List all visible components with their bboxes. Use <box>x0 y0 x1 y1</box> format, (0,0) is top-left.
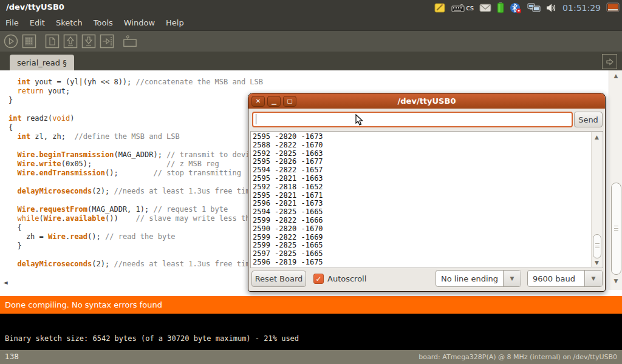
battery-icon[interactable] <box>497 2 504 14</box>
tab-bar: serial_read § <box>0 52 622 70</box>
serial-window-title: /dev/ttyUSB0 <box>248 96 605 106</box>
compile-status-text: Done compiling. No syntax errors found <box>5 300 162 309</box>
network-icon[interactable] <box>527 2 541 14</box>
console-output: Binary sketch size: 6542 bytes (of a 307… <box>0 314 622 350</box>
note-icon[interactable] <box>434 2 446 14</box>
board-info: board: ATmega328P(A) @ 8 MHz (internal) … <box>419 353 617 361</box>
serial-line: 2595 -2821 -1663 <box>253 175 323 183</box>
serial-titlebar[interactable]: ✕ ▁ ▢ /dev/ttyUSB0 <box>248 93 605 109</box>
new-sketch-button[interactable] <box>45 34 60 49</box>
serial-line: 2599 -2825 -1665 <box>253 241 323 250</box>
minimize-icon[interactable]: ▁ <box>267 96 281 107</box>
serial-scrollbar-thumb[interactable] <box>593 234 601 258</box>
line-ending-select[interactable]: No line ending ▼ <box>436 270 521 287</box>
compile-status-bar: Done compiling. No syntax errors found <box>0 296 622 314</box>
menu-edit[interactable]: Edit <box>24 16 50 29</box>
mail-icon[interactable] <box>479 2 491 14</box>
serial-line: 2594 -2825 -1665 <box>253 208 323 217</box>
chevron-down-icon[interactable]: ▼ <box>584 271 602 286</box>
baud-rate-select[interactable]: 9600 baud ▼ <box>527 270 603 287</box>
serial-line: 2599 -2822 -1669 <box>253 234 323 242</box>
serial-output-text: 2595 -2820 -16732588 -2822 -16702592 -28… <box>253 133 323 267</box>
serial-scrollbar[interactable]: ▲ ▼ <box>591 132 602 267</box>
menu-sketch[interactable]: Sketch <box>50 16 88 29</box>
checkmark-icon: ✓ <box>315 275 321 283</box>
close-icon[interactable]: ✕ <box>251 96 265 107</box>
chevron-down-icon[interactable]: ▼ <box>503 271 521 286</box>
scroll-down-icon[interactable]: ▼ <box>609 278 622 284</box>
menu-file[interactable]: File <box>0 16 24 29</box>
tab-arrow-icon <box>606 58 614 66</box>
serial-line: 2595 -2820 -1673 <box>253 133 323 141</box>
serial-scroll-up-icon[interactable]: ▲ <box>592 134 602 140</box>
tab-label: serial_read § <box>17 58 67 67</box>
scroll-up-icon[interactable]: ▲ <box>609 73 622 79</box>
serial-monitor-button[interactable] <box>123 34 137 49</box>
menu-window[interactable]: Window <box>118 16 160 29</box>
serial-line: 2595 -2826 -1677 <box>253 158 323 166</box>
keyboard-layout-label: cs <box>466 4 474 12</box>
stop-button[interactable] <box>22 34 36 49</box>
serial-line: 2592 -2818 -1652 <box>253 183 323 192</box>
text-caret <box>256 114 256 124</box>
serial-line: 2592 -2825 -1663 <box>253 150 323 158</box>
maximize-icon[interactable]: ▢ <box>283 96 296 107</box>
line-number: 138 <box>5 352 19 361</box>
serial-line: 2596 -2819 -1675 <box>253 258 323 267</box>
verify-button[interactable] <box>4 34 18 49</box>
menu-help[interactable]: Help <box>160 16 190 29</box>
upload-button[interactable] <box>100 34 114 49</box>
h-scrollbar-left-arrow[interactable]: ◄ <box>3 279 8 286</box>
keyboard-layout-icon[interactable]: cs <box>451 2 474 14</box>
serial-line: 2599 -2822 -1666 <box>253 217 323 225</box>
toolbar <box>0 31 622 52</box>
serial-output-area[interactable]: 2595 -2820 -16732588 -2822 -16702592 -28… <box>250 131 603 268</box>
serial-line: 2597 -2825 -1665 <box>253 250 323 258</box>
serial-line: 2594 -2822 -1657 <box>253 166 323 175</box>
menu-bar: FileEditSketchToolsWindowHelp <box>0 15 622 31</box>
clock[interactable]: 01:51:29 <box>562 3 601 13</box>
autoscroll-label: Autoscroll <box>327 274 366 283</box>
code-text: int yout = (yl|(yh << 8)); //concatenate… <box>9 78 263 269</box>
screen: /dev/ttyUSB0 cs 01:5 <box>0 0 622 364</box>
mouse-cursor <box>355 114 365 129</box>
serial-scroll-down-icon[interactable]: ▼ <box>592 260 602 266</box>
menu-tools[interactable]: Tools <box>88 16 118 29</box>
serial-monitor-window: ✕ ▁ ▢ /dev/ttyUSB0 Send 2595 -2820 -1673… <box>248 93 606 292</box>
send-button[interactable]: Send <box>574 112 603 127</box>
open-sketch-button[interactable] <box>63 34 78 49</box>
serial-line: 2590 -2820 -1670 <box>253 225 323 234</box>
serial-line: 2588 -2822 -1670 <box>253 141 323 150</box>
serial-line: 2595 -2821 -1671 <box>253 192 323 200</box>
power-icon[interactable] <box>606 2 620 14</box>
serial-line: 2596 -2821 -1673 <box>253 200 323 208</box>
autoscroll-checkbox[interactable]: ✓ <box>313 274 324 284</box>
window-title: /dev/ttyUSB0 <box>6 2 64 12</box>
serial-input[interactable] <box>252 112 573 127</box>
status-bar: 138 board: ATmega328P(A) @ 8 MHz (intern… <box>0 350 622 364</box>
volume-icon[interactable] <box>546 2 557 14</box>
editor-scrollbar-thumb[interactable] <box>611 183 621 275</box>
top-panel: /dev/ttyUSB0 cs 01:5 <box>0 0 622 15</box>
tab-serial-read[interactable]: serial_read § <box>10 55 74 70</box>
reset-board-button[interactable]: Reset Board <box>251 271 306 287</box>
tab-menu-button[interactable] <box>602 54 617 69</box>
console-text: Binary sketch size: 6542 bytes (of a 307… <box>5 334 299 343</box>
save-sketch-button[interactable] <box>81 34 96 49</box>
bluetooth-icon[interactable] <box>510 2 522 14</box>
editor-scrollbar[interactable]: ▲ ▼ <box>609 70 622 290</box>
system-tray: cs 01:51:29 <box>434 0 620 15</box>
